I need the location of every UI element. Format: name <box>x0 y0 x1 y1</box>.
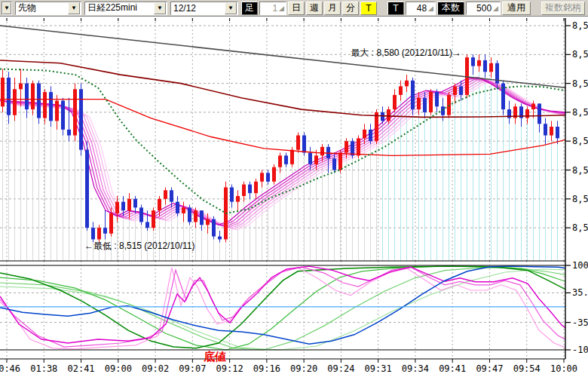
candle-body <box>338 153 342 170</box>
price-axis-label: 8,560 <box>572 107 588 118</box>
time-axis-label: 09:24 <box>327 363 354 374</box>
apply-button[interactable]: 適用 <box>502 2 531 15</box>
candle-body <box>423 98 427 112</box>
candle-body <box>103 228 107 234</box>
candle-body <box>387 109 390 121</box>
interval-spinner[interactable]: 1 ◢ <box>259 2 286 15</box>
resize-grip-icon: ◢ <box>428 5 433 12</box>
candle-body <box>453 86 457 94</box>
bars-count-label[interactable]: 本数 <box>437 2 464 15</box>
week-button[interactable]: 週 <box>306 2 323 15</box>
annotation-bottom: 底値 <box>203 350 226 363</box>
candle-body <box>61 101 65 130</box>
minute-button[interactable]: 分 <box>342 2 359 15</box>
time-axis-label: 09:31 <box>365 363 392 374</box>
candle-body <box>73 89 77 135</box>
bars-count-value: 48 <box>417 3 427 14</box>
candle-body <box>145 222 149 228</box>
time-axis-label: 09:34 <box>402 363 429 374</box>
candlestick-chart: 最大 : 8,580 (2012/10/11)→←最低 : 8,515 (201… <box>0 17 588 377</box>
ashi-button[interactable]: 足 <box>241 2 258 15</box>
time-axis-label: 09:12 <box>216 363 243 374</box>
chevron-down-icon[interactable]: ▼ <box>68 2 80 14</box>
candle-body <box>127 199 131 210</box>
ribbon-line <box>12 81 577 228</box>
candle-body <box>242 185 246 196</box>
candle-body <box>483 60 487 72</box>
candle-body <box>393 95 397 109</box>
candle-body <box>375 112 378 141</box>
candle-body <box>31 84 35 109</box>
candle-body <box>357 138 360 155</box>
candle-body <box>1 78 5 106</box>
candle-body <box>85 150 89 228</box>
display-count-spinner[interactable]: 500 ◢ <box>466 2 501 15</box>
candle-body <box>182 207 185 213</box>
contract-select[interactable]: 12/12 ▼ <box>170 2 238 15</box>
chevron-down-icon[interactable]: ▼ <box>2 2 11 14</box>
futures-select[interactable]: 先物 ▼ <box>15 2 81 15</box>
time-axis-label: 09:02 <box>142 363 169 374</box>
bars-count-spinner[interactable]: 48 ◢ <box>406 2 436 15</box>
candle-body <box>25 84 29 109</box>
candle-body <box>399 86 403 94</box>
candle-body <box>55 101 59 121</box>
oscillator-panel <box>0 261 584 359</box>
month-button[interactable]: 月 <box>324 2 341 15</box>
time-axis-label: 01:38 <box>30 363 57 374</box>
candle-body <box>302 136 306 153</box>
candle-body <box>37 84 41 118</box>
candle-body <box>13 89 17 115</box>
time-axis-label: 10:00 <box>550 363 577 374</box>
candle-body <box>459 86 463 94</box>
oscillator-axis-label: 35.00 <box>572 287 588 298</box>
contract-select-value: 12/12 <box>171 3 224 14</box>
candle-body <box>206 219 210 225</box>
chevron-down-icon[interactable]: ▼ <box>154 2 166 14</box>
candle-body <box>296 136 300 150</box>
t-toggle-yellow[interactable]: T <box>360 2 377 15</box>
trend-line <box>0 26 565 87</box>
ribbon-line <box>6 79 571 226</box>
candle-body <box>417 98 421 109</box>
candle-body <box>115 202 119 213</box>
candle-body <box>266 173 270 181</box>
candle-body <box>489 63 493 72</box>
symbol-select[interactable]: 日経225mini ▼ <box>84 2 167 15</box>
price-axis-label: 8,590 <box>572 20 588 31</box>
candle-body <box>345 141 348 152</box>
candle-body <box>332 158 336 170</box>
futures-select-value: 先物 <box>16 2 67 14</box>
chevron-down-icon[interactable]: ▼ <box>225 2 237 14</box>
candle-body <box>194 210 198 222</box>
day-button[interactable]: 日 <box>288 2 305 15</box>
candle-body <box>290 150 294 164</box>
candle-body <box>248 185 252 193</box>
candle-body <box>320 147 324 155</box>
candle-body <box>67 130 71 136</box>
candle-body <box>556 127 559 138</box>
multi-symbol-button[interactable]: 複数銘柄 <box>541 2 585 15</box>
candle-body <box>79 89 83 149</box>
candle-body <box>351 141 354 155</box>
display-count-value: 500 <box>476 3 492 14</box>
candle-body <box>260 173 264 181</box>
time-axis-label: 00:46 <box>0 363 20 374</box>
time-axis-label: 09:00 <box>105 363 132 374</box>
candle-body <box>411 81 415 109</box>
time-axis-label: 02:41 <box>67 363 94 374</box>
candle-body <box>284 155 288 164</box>
t-toggle-black[interactable]: T <box>387 2 404 15</box>
price-axis-label: 8,520 <box>572 222 588 233</box>
candle-body <box>405 81 409 87</box>
candle-body <box>176 202 179 213</box>
chart-area: 最大 : 8,580 (2012/10/11)→←最低 : 8,515 (201… <box>0 17 588 377</box>
candle-body <box>254 182 258 193</box>
edge-combo[interactable]: ▼ <box>2 2 12 15</box>
candle-body <box>170 190 173 201</box>
time-axis-label: 09:16 <box>253 363 280 374</box>
time-axis-label: 09:54 <box>513 363 541 374</box>
candle-body <box>121 202 125 210</box>
candle-body <box>363 130 366 138</box>
price-axis-label: 8,580 <box>572 49 588 60</box>
